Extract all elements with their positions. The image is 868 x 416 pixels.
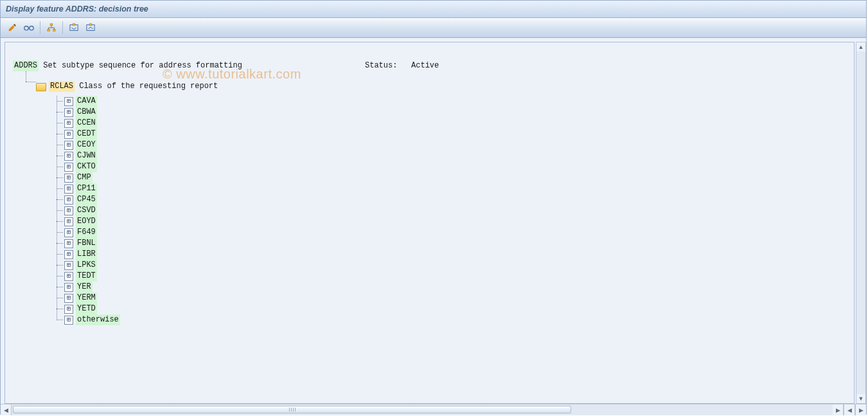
expand-node-icon[interactable]: ⊞ [64,152,73,161]
scroll-track[interactable] [12,404,833,415]
leaf-code: CAVA [76,96,97,107]
horizontal-scrollbar[interactable]: ◀ ▶ ◀ ▶ [1,404,866,415]
content-area: © www.tutorialkart.com ADDRS Set subtype… [1,38,866,404]
expand-node-icon[interactable]: ⊞ [64,195,73,204]
toolbar-separator [40,21,40,34]
leaf-code: YERM [76,293,97,303]
expand-node-icon[interactable]: ⊞ [64,272,73,281]
scroll-up-arrow-icon[interactable]: ▲ [856,42,865,51]
toolbar [1,18,866,38]
tree-leaf-row[interactable]: ⊞CP45 [50,194,846,205]
expand-node-icon[interactable]: ⊞ [64,141,73,150]
scroll-right-arrow-icon[interactable]: ▶ [833,404,844,415]
tree-leaf-row[interactable]: ⊞CMP [50,172,846,183]
expand-node-icon[interactable]: ⊞ [64,261,73,270]
expand-node-icon[interactable]: ⊞ [64,185,73,194]
expand-node-icon[interactable]: ⊞ [64,119,73,128]
expand-node-icon[interactable]: ⊞ [64,316,73,325]
toolbar-separator [62,21,63,34]
title-bar: Display feature ADDRS: decision tree [1,1,866,18]
tree-leaf-row[interactable]: ⊞YETD [50,303,846,314]
leaf-code: CP11 [76,183,97,194]
expand-node-icon[interactable]: ⊞ [64,97,73,106]
leaf-code: YETD [76,303,97,314]
svg-rect-8 [89,24,92,26]
tree-leaf-row[interactable]: ⊞LIBR [50,249,846,260]
tree-children: ⊞CAVA⊞CBWA⊞CCEN⊞CEDT⊞CEOY⊞CJWN⊞CKTO⊞CMP⊞… [50,96,846,325]
expand-node-icon[interactable]: ⊞ [64,294,73,303]
svg-point-1 [30,26,33,30]
scroll-left-arrow-icon[interactable]: ◀ [1,404,12,415]
leaf-code: CSVD [76,205,97,216]
hierarchy-icon [47,23,56,32]
scroll-track[interactable] [856,51,865,394]
tree-leaf-row[interactable]: ⊞CSVD [50,205,846,216]
tree-leaf-row[interactable]: ⊞F649 [50,227,846,238]
expand-node-icon[interactable]: ⊞ [64,283,73,292]
expand-node-icon[interactable]: ⊞ [64,108,73,117]
vertical-scrollbar[interactable]: ▲ ▼ [856,42,866,404]
tree-leaf-row[interactable]: ⊞CBWA [50,107,846,118]
status-label: Status: [365,61,397,70]
expand-node-icon[interactable]: ⊞ [64,174,73,183]
scroll-thumb[interactable] [13,406,571,413]
decision-tree: ADDRS Set subtype sequence for address f… [5,42,854,333]
tree-leaf-row[interactable]: ⊞EOYD [50,216,846,227]
svg-rect-4 [53,30,56,32]
expand-node-icon[interactable]: ⊞ [64,250,73,259]
tree-leaf-row[interactable]: ⊞CAVA [50,96,846,107]
check-button[interactable] [21,20,37,35]
tree-leaf-row[interactable]: ⊞LPKS [50,260,846,271]
scroll-left-arrow-icon[interactable]: ◀ [844,404,855,415]
leaf-code: YER [76,282,93,293]
svg-rect-2 [50,24,53,26]
leaf-code: CKTO [76,161,97,172]
expand-node-icon[interactable]: ⊞ [64,305,73,314]
status-block: Status: Active [365,60,439,71]
tree-leaf-row[interactable]: ⊞CEOY [50,140,846,150]
tree-leaf-row[interactable]: ⊞CCEN [50,118,846,129]
expand-button[interactable] [66,20,82,35]
expand-node-icon[interactable]: ⊞ [64,130,73,139]
tree-leaf-row[interactable]: ⊞otherwise [50,314,846,325]
expand-icon [69,23,78,32]
tree-leaf-row[interactable]: ⊞CP11 [50,183,846,194]
app-window: Display feature ADDRS: decision tree © w… [0,0,867,415]
tree-leaf-row[interactable]: ⊞TEDT [50,271,846,282]
tree-leaf-row[interactable]: ⊞YERM [50,293,846,303]
page-title: Display feature ADDRS: decision tree [6,5,148,14]
expand-node-icon[interactable]: ⊞ [64,163,73,172]
leaf-code: TEDT [76,271,97,282]
leaf-code: LPKS [76,260,97,271]
expand-node-icon[interactable]: ⊞ [64,206,73,215]
expand-node-icon[interactable]: ⊞ [64,239,73,248]
structure-button[interactable] [44,20,59,35]
leaf-code: LIBR [76,249,97,260]
tree-leaf-row[interactable]: ⊞YER [50,282,846,293]
glasses-icon [24,24,34,32]
pencil-icon [8,23,17,32]
leaf-code: CCEN [76,118,97,129]
leaf-code: FBNL [76,238,97,249]
leaf-code: CP45 [76,194,97,205]
tree-line [26,82,36,83]
root-desc: Set subtype sequence for address formatt… [43,60,242,71]
leaf-code: otherwise [76,314,120,325]
leaf-code: CJWN [76,150,97,161]
expand-node-icon[interactable]: ⊞ [64,228,73,237]
scroll-right-arrow-icon[interactable]: ▶ [855,404,866,415]
folder-open-icon [36,83,46,91]
edit-button[interactable] [4,20,20,35]
collapse-icon [86,23,95,32]
tree-leaf-row[interactable]: ⊞CKTO [50,161,846,172]
tree-node-row[interactable]: RCLAS Class of the requesting report [36,81,846,92]
tree-leaf-row[interactable]: ⊞FBNL [50,238,846,249]
svg-point-0 [24,26,28,30]
scroll-down-arrow-icon[interactable]: ▼ [856,394,865,403]
tree-line [26,71,27,82]
expand-node-icon[interactable]: ⊞ [64,217,73,226]
tree-leaf-row[interactable]: ⊞CEDT [50,129,846,140]
collapse-button[interactable] [83,20,98,35]
tree-leaf-row[interactable]: ⊞CJWN [50,150,846,161]
leaf-code: CEDT [76,129,97,140]
